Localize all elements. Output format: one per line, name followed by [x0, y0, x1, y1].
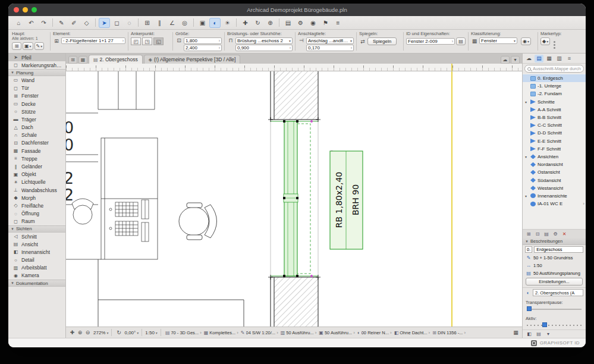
tree-item-c-c-schnitt[interactable]: C-C Schnitt	[523, 121, 586, 129]
toolbox-item-pfeil[interactable]: ➤Pfeil	[8, 54, 65, 61]
sill-value-input[interactable]: 0,900 ›	[235, 45, 293, 51]
transparency-slider[interactable]	[527, 306, 582, 312]
height-stepper-icon[interactable]: ›	[219, 46, 220, 50]
toolbox-item-lichtquelle[interactable]: ☀Lichtquelle	[8, 178, 65, 186]
toolbox-item-detail[interactable]: ○Detail	[8, 256, 65, 264]
disclosure-icon[interactable]: ▾	[525, 155, 529, 159]
window-dimension-label[interactable]: RB 1,80x2,40 BRH 90	[330, 151, 363, 249]
eraser-icon[interactable]: ◇	[81, 18, 92, 28]
cloud-icon[interactable]: ☁	[524, 55, 533, 62]
width-input[interactable]: 1,800 ›	[184, 37, 222, 44]
toolbox-item-dachfenster[interactable]: ⊡Dachfenster	[8, 139, 65, 147]
anchor-center-button[interactable]: ◳	[142, 37, 152, 45]
close-button[interactable]	[14, 7, 19, 12]
nav-new-folder-icon[interactable]: ⊞	[525, 231, 532, 237]
palette-options-icon[interactable]: ◧	[526, 331, 533, 337]
toolbox-item-öffnung[interactable]: ◌Öffnung	[8, 210, 65, 218]
id-stepper-icon[interactable]: ›	[452, 39, 453, 43]
guide-lines-icon[interactable]: ∥	[154, 18, 165, 28]
tree-item-b-b-schnitt[interactable]: B-B Schnitt	[523, 114, 586, 121]
element-id-field[interactable]: Fenster 2-009 ›	[406, 38, 455, 45]
toolbox-item-fenster[interactable]: ⊞Fenster	[8, 92, 65, 100]
home-icon[interactable]: ⌂	[13, 18, 24, 28]
quick-option-1-50[interactable]: ↔1:50	[523, 262, 586, 269]
toolbox-item-wandabschluss[interactable]: ⊥Wandabschluss	[8, 186, 65, 194]
toolbox-item-decke[interactable]: ▭Decke	[8, 100, 65, 108]
toolbox-item-geländer[interactable]: ∥Geländer	[8, 162, 65, 170]
tree-item-ansichten[interactable]: ▾Ansichten	[523, 153, 586, 161]
toolbox-item-stütze[interactable]: ○Stütze	[8, 108, 65, 115]
properties-button[interactable]: ▤	[456, 37, 466, 45]
quick-options-header[interactable]: ▼ Beschreibungen	[523, 238, 586, 245]
toolbox-item-fassade[interactable]: ▦Fassade	[8, 147, 65, 155]
toolbox-item-innenansicht[interactable]: ◧Innenansicht	[8, 248, 65, 256]
statusbar-crumb-50-ausführu[interactable]: ▣50 Ausführu...›	[318, 330, 356, 335]
orbit-icon[interactable]: ↻	[252, 18, 263, 28]
snap-points-icon[interactable]: ◎	[179, 18, 190, 28]
toolbox-item-morph[interactable]: ◆Morph	[8, 194, 65, 202]
drawing-canvas[interactable]: 0 0 2 2	[66, 71, 522, 327]
select-arrow-icon[interactable]: ➤	[99, 18, 110, 28]
disclosure-icon[interactable]: ▾	[525, 194, 529, 198]
statusbar-crumb-ohne-dacht[interactable]: ◧Ohne Dacht...›	[393, 330, 432, 335]
sill-reference-select[interactable]: Brüstung ...eschoss 2 ▾	[235, 37, 293, 44]
statusbar-crumb-70-3d-ges[interactable]: ▤70 - 3D Ges...›	[164, 330, 203, 335]
menu-icon[interactable]: ≡	[332, 18, 344, 28]
zoom-level-control[interactable]: 272% ▾	[93, 330, 108, 335]
pen-combo[interactable]: ✎▾	[34, 42, 45, 50]
nav-delete-icon[interactable]: ✕	[561, 231, 568, 237]
statusbar-crumb-04-s-w-1-20[interactable]: ✎04 S/W 1:20/...›	[240, 330, 279, 335]
settings-button[interactable]: Einstellungen...	[526, 278, 583, 285]
tab-grid-button[interactable]: ▦	[78, 56, 87, 64]
sill-stepper-icon[interactable]: ›	[290, 46, 291, 50]
classification-select[interactable]: Fenster ▾	[479, 37, 517, 44]
toolbox-item-treppe[interactable]: ≡Treppe	[8, 155, 65, 162]
favorites-combo[interactable]: ▣▾	[23, 42, 33, 50]
pan-hand-icon[interactable]: ✚	[68, 330, 76, 335]
sun-icon[interactable]: ☀	[222, 18, 233, 28]
toolbox-item-ansicht[interactable]: ▤Ansicht	[8, 240, 65, 248]
pencil-icon[interactable]: ✐	[68, 18, 80, 28]
tab-allgemeine-perspektive-3d-alle[interactable]: ◈(!) Allgemeine Perspektive [3D / Alle]	[144, 55, 241, 64]
nav-list-icon[interactable]: ▤	[543, 231, 550, 237]
snap-angle-icon[interactable]: ∠	[166, 18, 178, 28]
zoom-out-icon[interactable]: ⊖	[84, 330, 92, 335]
orbit-icon[interactable]: ↻	[115, 330, 122, 335]
reveal-stepper-icon[interactable]: ›	[351, 46, 352, 50]
disclosure-icon[interactable]: ▾	[525, 100, 529, 104]
tree-item-südansicht[interactable]: Südansicht	[523, 176, 586, 184]
title-bar[interactable]: Archicad Demoprojekt Bürogebäude.pln	[8, 4, 586, 16]
tree-item-0-erdgesch[interactable]: 0. Erdgesch	[523, 74, 586, 82]
cloud-icon[interactable]: ☁	[501, 56, 510, 64]
statusbar-crumb-50-ausführu[interactable]: ▥50 Ausführu...›	[279, 330, 318, 335]
mirror-button[interactable]: Spiegeln	[367, 37, 397, 45]
zoom-in-icon[interactable]: ⊕	[76, 330, 84, 335]
active-slider[interactable]	[527, 322, 582, 328]
tree-item-f-f-schnitt[interactable]: F-F Schnitt	[523, 145, 586, 153]
toolbox-section-dokumentation[interactable]: ▼Dokumentation	[8, 280, 65, 287]
tree-item-nordansicht[interactable]: Nordansicht	[523, 161, 586, 168]
toolbox-item-schnitt[interactable]: ◁Schnitt	[8, 233, 65, 240]
keyboard-icon[interactable]: ▦	[512, 330, 520, 335]
toolbox-item-raum[interactable]: ◻Raum	[8, 218, 65, 225]
eye-combo[interactable]: ◉▾	[521, 37, 531, 45]
marquee-icon[interactable]: ◻	[111, 18, 122, 28]
slider-handle[interactable]	[542, 322, 547, 327]
reveal-mode-select[interactable]: Anschlag ...andfläche ▾	[306, 37, 354, 44]
toolbox-item-tür[interactable]: ◻Tür	[8, 84, 65, 92]
story-selector[interactable]: 0. Erdgeschoss	[523, 245, 586, 254]
search-input[interactable]: Ausschnitt-Mappe durch	[524, 65, 584, 73]
scale-control[interactable]: 1:50 ▾	[145, 330, 158, 335]
tree-item-ostansicht[interactable]: Ostansicht	[523, 168, 586, 176]
pan-icon[interactable]: ✚	[240, 18, 251, 28]
tree-item-d-d-schnitt[interactable]: D-D Schnitt	[523, 129, 586, 137]
tab-overview-button[interactable]: ⊞	[68, 56, 77, 64]
tree-item-e-e-schnitt[interactable]: E-E Schnitt	[523, 137, 586, 145]
trace-reference-row[interactable]: ◐ 2. Obergeschoss (A	[523, 287, 586, 297]
toolbox-item-wand[interactable]: ▭Wand	[8, 76, 65, 84]
slider-handle[interactable]	[527, 306, 532, 311]
tree-item-2-fundam[interactable]: -2. Fundam	[523, 90, 586, 98]
toolbox-item-freifläche[interactable]: ◇Freifläche	[8, 202, 65, 209]
flag-icon[interactable]: ⚑	[320, 18, 331, 28]
tab-2-obergeschoss[interactable]: ▤2. Obergeschoss	[89, 55, 143, 64]
